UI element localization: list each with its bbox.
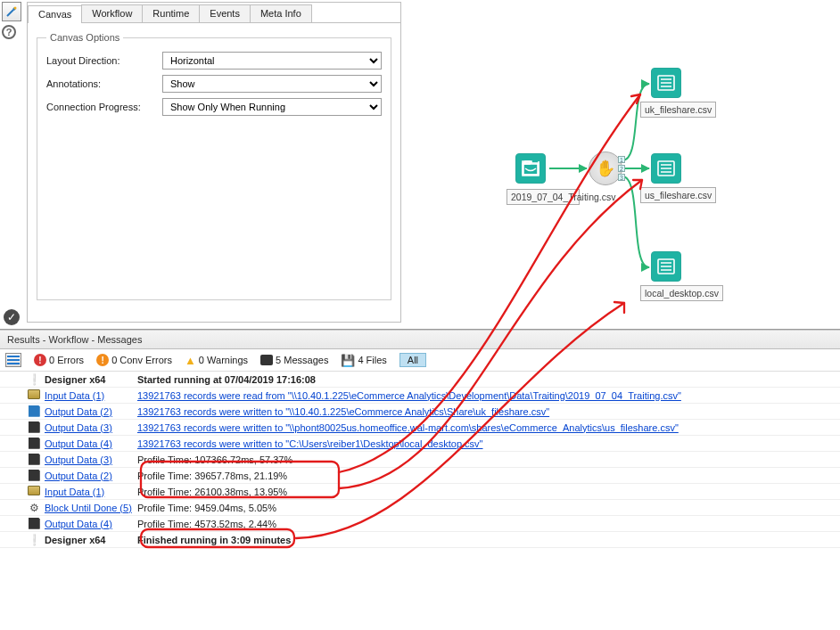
tab-events[interactable]: Events — [199, 4, 251, 22]
node-output-uk-label: uk_fileshare.csv — [640, 102, 716, 118]
row-type-icon — [27, 453, 41, 467]
row-source[interactable]: Block Until Done (5) — [27, 503, 134, 513]
file-icon: 💾 — [341, 354, 355, 367]
message-list: Designer x64Started running at 07/04/201… — [0, 372, 840, 548]
row-message: Profile Time: 107366.72ms, 57.37% — [134, 454, 836, 465]
error-icon: ! — [34, 354, 46, 366]
tab-runtime[interactable]: Runtime — [142, 4, 200, 22]
option-row: Connection Progress:Show Only When Runni… — [46, 98, 382, 116]
message-row: Output Data (4)13921763 records were wri… — [0, 436, 840, 452]
option-row: Layout Direction:Horizontal — [46, 52, 382, 70]
row-source[interactable]: Output Data (4) — [27, 519, 134, 529]
row-type-icon — [27, 405, 41, 419]
warning-icon: ▲ — [185, 354, 196, 367]
message-row: Output Data (2)Profile Time: 39657.78ms,… — [0, 468, 840, 484]
canvas-options-group: Canvas Options Layout Direction:Horizont… — [37, 32, 391, 300]
tool-strip: ? — [2, 2, 23, 39]
hand-icon: ✋ — [596, 159, 615, 178]
row-source[interactable]: Output Data (3) — [27, 422, 134, 433]
row-source[interactable]: Input Data (1) — [27, 390, 134, 401]
config-panel: CanvasWorkflowRuntimeEventsMeta Info Can… — [27, 2, 401, 323]
row-type-icon — [27, 502, 41, 514]
row-source: Designer x64 — [27, 535, 134, 545]
row-type-icon — [27, 421, 41, 435]
summary-errors[interactable]: !0 Errors — [34, 354, 84, 366]
summary-messages[interactable]: 5 Messages — [260, 355, 328, 365]
row-message: Profile Time: 9459.04ms, 5.05% — [134, 503, 836, 513]
svg-point-0 — [14, 7, 17, 10]
node-output-us[interactable] — [651, 153, 681, 184]
status-ok-icon: ✓ — [4, 309, 20, 325]
row-type-icon — [27, 389, 41, 402]
option-select-1[interactable]: Show — [162, 75, 382, 93]
node-output-uk[interactable] — [651, 68, 681, 98]
message-row: Designer x64Started running at 07/04/201… — [0, 372, 840, 388]
row-message[interactable]: 13921763 records were written to "\\phon… — [134, 422, 836, 433]
option-label: Annotations: — [46, 78, 162, 89]
row-type-icon — [27, 437, 41, 451]
results-summary-bar: !0 Errors !0 Conv Errors ▲0 Warnings 5 M… — [0, 349, 840, 372]
row-type-icon — [27, 469, 41, 483]
row-type-icon — [27, 517, 41, 531]
row-message: Profile Time: 4573.52ms, 2.44% — [134, 519, 836, 529]
node-block-until-done[interactable]: ✋ 123 — [589, 151, 622, 185]
option-row: Annotations:Show — [46, 75, 382, 93]
tab-canvas[interactable]: Canvas — [28, 5, 82, 23]
row-source[interactable]: Input Data (1) — [27, 487, 134, 497]
message-row: Input Data (1)13921763 records were read… — [0, 388, 840, 404]
row-message[interactable]: 13921763 records were written to "C:\Use… — [134, 438, 836, 449]
message-row: Output Data (3)Profile Time: 107366.72ms… — [0, 452, 840, 468]
hub-output-ports: 123 — [618, 156, 625, 181]
row-source: Designer x64 — [27, 374, 134, 385]
row-source[interactable]: Output Data (2) — [27, 406, 134, 417]
config-tabs: CanvasWorkflowRuntimeEventsMeta Info — [28, 3, 400, 23]
row-message: Profile Time: 39657.78ms, 21.19% — [134, 470, 836, 481]
message-row: Designer x64Finished running in 3:09 min… — [0, 532, 840, 548]
tab-workflow[interactable]: Workflow — [81, 4, 143, 22]
row-message[interactable]: 13921763 records were read from "\\10.40… — [134, 390, 836, 401]
message-row: Output Data (2)13921763 records were wri… — [0, 404, 840, 420]
conv-error-icon: ! — [96, 354, 109, 366]
row-source[interactable]: Output Data (3) — [27, 454, 134, 465]
node-output-us-label: us_fileshare.csv — [640, 187, 716, 203]
node-output-local[interactable] — [651, 251, 681, 282]
message-row: Input Data (1)Profile Time: 26100.38ms, … — [0, 484, 840, 500]
summary-conv-errors[interactable]: !0 Conv Errors — [96, 354, 172, 366]
option-select-2[interactable]: Show Only When Running — [162, 98, 382, 116]
canvas-options-legend: Canvas Options — [46, 32, 123, 43]
wand-button[interactable] — [2, 2, 21, 21]
summary-warnings[interactable]: ▲0 Warnings — [185, 354, 248, 367]
view-toggle-button[interactable] — [5, 353, 21, 367]
option-select-0[interactable]: Horizontal — [162, 52, 382, 70]
message-row: Output Data (4)Profile Time: 4573.52ms, … — [0, 516, 840, 532]
summary-files[interactable]: 💾4 Files — [341, 354, 386, 367]
row-type-icon — [27, 486, 41, 498]
message-icon — [260, 355, 273, 365]
option-label: Connection Progress: — [46, 102, 162, 112]
row-type-icon — [27, 534, 41, 546]
message-row: Block Until Done (5)Profile Time: 9459.0… — [0, 500, 840, 516]
row-message: Profile Time: 26100.38ms, 13.95% — [134, 487, 836, 497]
row-message: Finished running in 3:09 minutes — [134, 535, 836, 545]
message-row: Output Data (3)13921763 records were wri… — [0, 420, 840, 436]
row-message[interactable]: 13921763 records were written to "\\10.4… — [134, 406, 836, 417]
workflow-canvas[interactable]: 2019_07_04_Traiting.csv ✋ 123 uk_filesha… — [410, 0, 840, 330]
option-label: Layout Direction: — [46, 55, 162, 66]
results-header: Results - Workflow - Messages — [0, 330, 840, 349]
row-source[interactable]: Output Data (2) — [27, 470, 134, 481]
filter-all-button[interactable]: All — [399, 353, 426, 367]
node-input-data[interactable] — [515, 153, 546, 184]
row-message: Started running at 07/04/2019 17:16:08 — [134, 374, 836, 385]
tab-meta-info[interactable]: Meta Info — [250, 4, 312, 22]
row-type-icon — [27, 373, 41, 386]
row-source[interactable]: Output Data (4) — [27, 438, 134, 449]
node-input-label: 2019_07_04_Traiting.csv — [506, 189, 580, 205]
node-output-local-label: local_desktop.csv — [640, 285, 723, 301]
help-icon[interactable]: ? — [2, 25, 16, 39]
